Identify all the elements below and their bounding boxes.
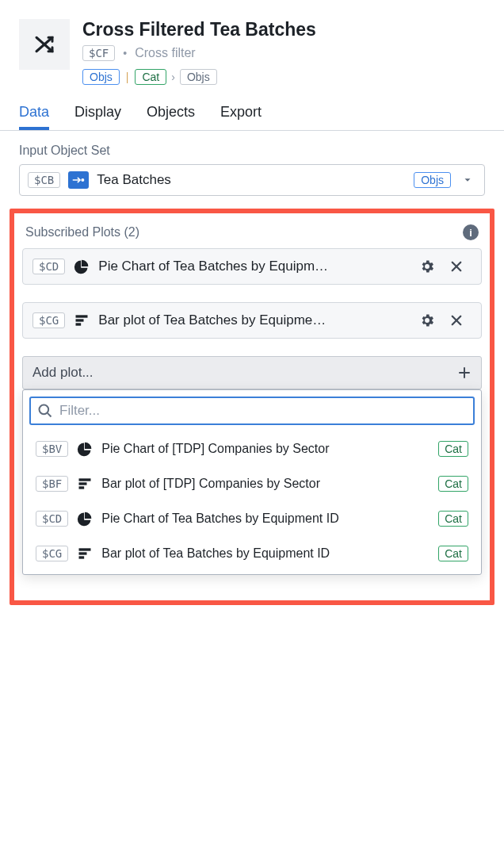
var-chip: $CD [36, 511, 68, 527]
tab-display[interactable]: Display [74, 104, 121, 130]
plot-name: Bar plot of Tea Batches by Equipme… [98, 312, 411, 328]
svg-rect-7 [79, 486, 85, 489]
info-icon[interactable]: i [463, 224, 479, 240]
svg-point-0 [82, 178, 85, 182]
add-plot-dropdown: $BV Pie Chart of [TDP] Companies by Sect… [22, 389, 482, 575]
cat-tag: Cat [438, 546, 468, 561]
plot-option[interactable]: $BV Pie Chart of [TDP] Companies by Sect… [29, 431, 475, 466]
tab-objects[interactable]: Objects [147, 104, 195, 130]
tab-export[interactable]: Export [220, 104, 262, 130]
breadcrumb-item[interactable]: Cat [135, 69, 166, 85]
cat-tag: Cat [438, 511, 468, 527]
subtitle-text: Cross filter [135, 46, 195, 60]
subscribed-plots-panel: Subscribed Plots (2) i $CD Pie Chart of … [10, 209, 494, 605]
add-plot-button[interactable]: Add plot... [22, 356, 482, 389]
svg-rect-1 [76, 315, 88, 317]
plot-option[interactable]: $CG Bar plot of Tea Batches by Equipment… [29, 536, 475, 571]
subscribed-plot-row[interactable]: $CD Pie Chart of Tea Batches by Equipm… [22, 248, 482, 285]
subscribed-plot-row[interactable]: $CG Bar plot of Tea Batches by Equipme… [22, 302, 482, 339]
var-chip: $CG [36, 546, 68, 561]
var-chip: $CD [32, 259, 65, 274]
breadcrumb-sep: | [124, 71, 131, 83]
bar-chart-icon [76, 476, 94, 492]
svg-rect-6 [79, 482, 87, 485]
breadcrumb: Objs | Cat › Objs [82, 69, 485, 85]
add-plot-label: Add plot... [32, 365, 94, 381]
subtitle-dot: • [123, 47, 127, 59]
filter-input-wrap[interactable] [29, 397, 475, 425]
breadcrumb-item[interactable]: Objs [180, 69, 217, 85]
svg-rect-3 [76, 323, 82, 325]
svg-point-4 [40, 405, 49, 415]
plot-option[interactable]: $BF Bar plot of [TDP] Companies by Secto… [29, 466, 475, 501]
filter-input[interactable] [59, 403, 467, 419]
var-chip: $BV [36, 441, 68, 457]
input-object-set-row[interactable]: $CB Tea Batches Objs [19, 164, 485, 196]
link-icon [68, 171, 89, 189]
cross-filter-icon [19, 19, 70, 70]
tab-data[interactable]: Data [19, 104, 49, 130]
plot-option[interactable]: $CD Pie Chart of Tea Batches by Equipmen… [29, 501, 475, 536]
bar-chart-icon [73, 312, 90, 328]
close-icon[interactable] [449, 313, 472, 328]
pie-chart-icon [73, 259, 90, 274]
svg-rect-10 [79, 556, 85, 558]
svg-rect-8 [79, 548, 91, 550]
breadcrumb-item[interactable]: Objs [82, 69, 120, 85]
plot-option-name: Pie Chart of [TDP] Companies by Sector [101, 442, 430, 456]
search-icon [37, 403, 53, 419]
svg-rect-2 [76, 319, 84, 321]
input-object-name: Tea Batches [97, 172, 406, 188]
breadcrumb-sep: › [171, 71, 175, 83]
plot-option-name: Bar plot of Tea Batches by Equipment ID [101, 546, 430, 561]
pie-chart-icon [76, 441, 94, 457]
chevron-down-icon[interactable] [459, 174, 476, 186]
subscribed-plots-label: Subscribed Plots (2) [25, 225, 139, 239]
bar-chart-icon [76, 546, 94, 561]
plot-option-name: Bar plot of [TDP] Companies by Sector [101, 477, 430, 491]
cat-tag: Cat [438, 476, 468, 492]
pie-chart-icon [76, 511, 94, 527]
svg-rect-9 [79, 552, 87, 554]
gear-icon[interactable] [419, 259, 441, 274]
page-title: Cross Filtered Tea Batches [82, 19, 485, 40]
objs-tag: Objs [414, 172, 451, 188]
input-object-set-label: Input Object Set [19, 144, 485, 158]
var-chip: $CG [32, 312, 65, 328]
plus-icon [457, 366, 472, 380]
var-chip-input: $CB [28, 172, 60, 188]
close-icon[interactable] [449, 259, 472, 274]
plot-option-name: Pie Chart of Tea Batches by Equipment ID [101, 512, 430, 526]
cat-tag: Cat [438, 441, 468, 457]
var-chip: $BF [36, 476, 68, 492]
var-chip-header: $CF [82, 45, 115, 61]
svg-rect-5 [79, 478, 91, 481]
tabs: Data Display Objects Export [0, 94, 504, 131]
plot-name: Pie Chart of Tea Batches by Equipm… [98, 259, 411, 274]
gear-icon[interactable] [419, 312, 441, 328]
